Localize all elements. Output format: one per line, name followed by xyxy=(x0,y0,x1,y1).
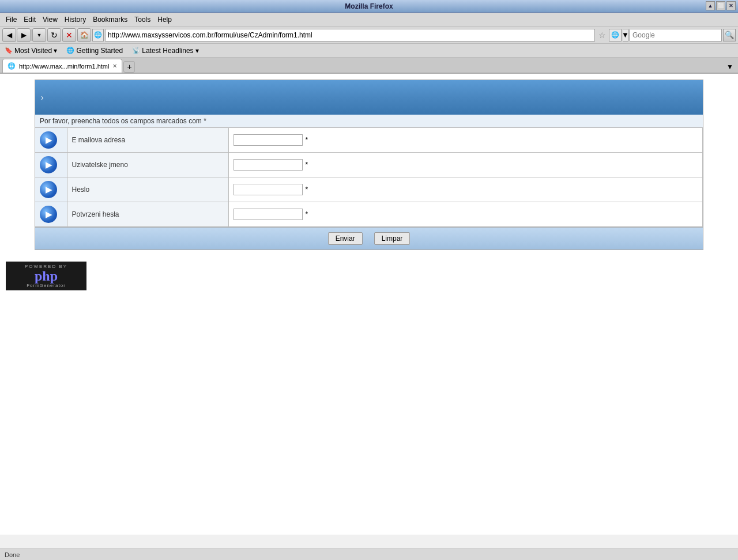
menu-file[interactable]: File xyxy=(2,14,20,25)
form-footer: Enviar Limpar xyxy=(35,227,703,249)
menu-bar: File Edit View History Bookmarks Tools H… xyxy=(0,13,738,27)
tab-close-button[interactable]: ✕ xyxy=(112,63,117,69)
home-button[interactable]: 🏠 xyxy=(77,28,91,42)
label-confirm: Potvrzeni hesla xyxy=(67,202,228,227)
row-icon-email[interactable]: ▶ xyxy=(40,131,57,149)
confirm-input[interactable] xyxy=(234,209,303,220)
label-password: Heslo xyxy=(67,177,228,202)
email-input[interactable] xyxy=(234,134,303,146)
search-input[interactable] xyxy=(630,29,722,41)
label-username: Uzivatelske jmeno xyxy=(67,153,228,177)
nav-bar: ◀ ▶ ▼ ↻ ✕ 🏠 🌐 ☆ 🌐 ▼ 🔍 xyxy=(0,27,738,44)
form-instruction: Por favor, preencha todos os campos marc… xyxy=(35,115,703,128)
table-row: ▶ E mailova adresa * xyxy=(35,128,703,153)
username-input[interactable] xyxy=(234,159,303,171)
tab-scroll-button[interactable]: ▼ xyxy=(724,61,736,73)
required-star-password: * xyxy=(306,186,308,194)
new-tab-button[interactable]: + xyxy=(123,61,135,73)
address-bar[interactable] xyxy=(105,29,595,41)
tab-icon: 🌐 xyxy=(7,62,16,70)
window-title: Mozilla Firefox xyxy=(345,2,393,10)
menu-view[interactable]: View xyxy=(39,14,61,25)
menu-edit[interactable]: Edit xyxy=(20,14,39,25)
row-icon-password[interactable]: ▶ xyxy=(40,181,57,198)
bookmarks-bar: 🔖 Most Visited ▾ 🌐 Getting Started 📡 Lat… xyxy=(0,44,738,58)
table-row: ▶ Heslo * xyxy=(35,177,703,202)
required-star-username: * xyxy=(306,161,308,169)
circle-arrow-icon: ▶ xyxy=(46,160,52,169)
bookmark-getting-started[interactable]: 🌐 Getting Started xyxy=(64,46,125,56)
php-badge: POWERED BY php FormGenerator xyxy=(6,262,86,290)
tab-label: http://www.max...min/form1.html xyxy=(19,63,109,70)
maximize-button[interactable]: ⬜ xyxy=(716,1,725,10)
menu-tools[interactable]: Tools xyxy=(131,14,154,25)
circle-arrow-icon: ▶ xyxy=(46,210,52,219)
form-table: ▶ E mailova adresa * ▶ Uzivatelsk xyxy=(35,128,703,227)
menu-bookmarks[interactable]: Bookmarks xyxy=(89,14,131,25)
password-input[interactable] xyxy=(234,184,303,195)
active-tab[interactable]: 🌐 http://www.max...min/form1.html ✕ xyxy=(2,59,122,73)
header-arrow-icon: › xyxy=(41,93,44,102)
bookmark-getting-started-icon: 🌐 xyxy=(66,47,74,54)
bookmark-most-visited-icon: 🔖 xyxy=(5,47,13,54)
down-arrow-button[interactable]: ▼ xyxy=(32,28,46,42)
row-icon-username[interactable]: ▶ xyxy=(40,156,57,173)
form-container: › Por favor, preencha todos os campos ma… xyxy=(35,80,703,250)
title-bar: Mozilla Firefox ▲ ⬜ ✕ xyxy=(0,0,738,13)
bookmark-most-visited-label: Most Visited ▾ xyxy=(14,47,57,55)
forward-button[interactable]: ▶ xyxy=(17,28,31,42)
instruction-text: Por favor, preencha todos os campos marc… xyxy=(40,117,206,125)
reset-button[interactable]: Limpar xyxy=(374,232,411,245)
minimize-button[interactable]: ▲ xyxy=(706,1,715,10)
location-icon: 🌐 xyxy=(92,29,104,41)
circle-arrow-icon: ▶ xyxy=(46,135,52,145)
bookmark-star-button[interactable]: ☆ xyxy=(596,29,608,41)
page-content: › Por favor, preencha todos os campos ma… xyxy=(0,74,738,535)
reload-button[interactable]: ↻ xyxy=(47,28,61,42)
circle-arrow-icon: ▶ xyxy=(46,185,52,194)
form-header: › xyxy=(35,80,703,115)
search-button[interactable]: 🔍 xyxy=(723,29,736,41)
bookmark-most-visited[interactable]: 🔖 Most Visited ▾ xyxy=(2,46,59,56)
row-icon-confirm[interactable]: ▶ xyxy=(40,206,57,223)
close-button[interactable]: ✕ xyxy=(726,1,736,10)
submit-button[interactable]: Enviar xyxy=(328,232,363,245)
required-star-email: * xyxy=(306,136,308,144)
stop-button[interactable]: ✕ xyxy=(62,28,76,42)
bookmark-latest-headlines-label: Latest Headlines ▾ xyxy=(142,47,199,55)
php-subtitle-text: FormGenerator xyxy=(27,283,66,288)
required-star-confirm: * xyxy=(306,210,308,218)
menu-help[interactable]: Help xyxy=(154,14,175,25)
php-name-text: php xyxy=(35,269,58,283)
menu-history[interactable]: History xyxy=(61,14,89,25)
bookmark-latest-headlines[interactable]: 📡 Latest Headlines ▾ xyxy=(130,46,201,56)
bookmark-latest-headlines-icon: 📡 xyxy=(132,47,140,54)
bookmark-getting-started-label: Getting Started xyxy=(76,47,123,55)
search-engine-icon[interactable]: 🌐 xyxy=(609,29,622,41)
tab-bar: 🌐 http://www.max...min/form1.html ✕ + ▼ xyxy=(0,58,738,74)
table-row: ▶ Uzivatelske jmeno * xyxy=(35,153,703,177)
label-email: E mailova adresa xyxy=(67,128,228,153)
search-engine-dropdown[interactable]: ▼ xyxy=(623,29,628,41)
back-button[interactable]: ◀ xyxy=(2,28,16,42)
table-row: ▶ Potvrzeni hesla * xyxy=(35,202,703,227)
